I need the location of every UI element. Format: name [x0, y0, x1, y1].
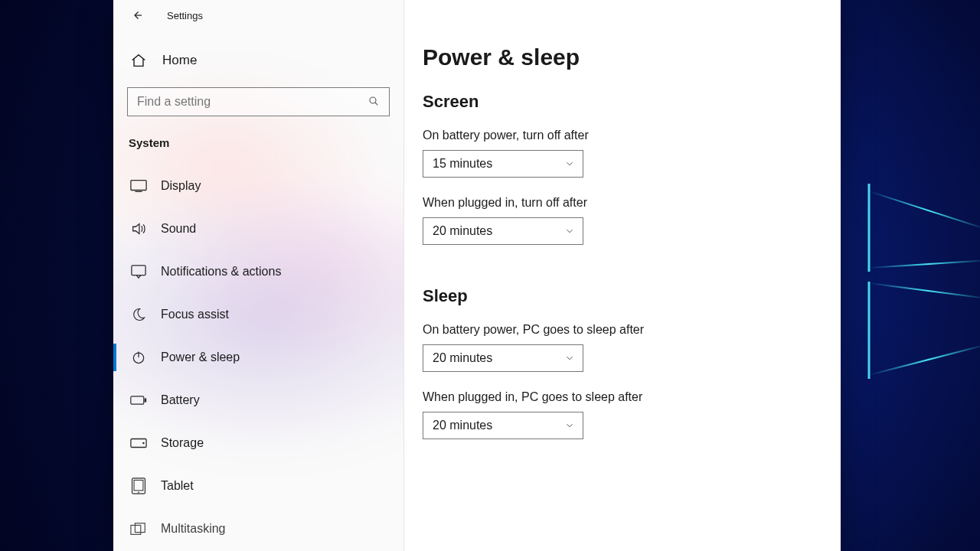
svg-line-3 — [869, 260, 980, 268]
sidebar-item-notifications[interactable]: Notifications & actions — [113, 250, 403, 293]
home-icon — [130, 52, 147, 69]
svg-point-7 — [370, 97, 376, 103]
chevron-down-icon — [564, 420, 575, 431]
sidebar-item-label: Multitasking — [161, 522, 225, 536]
sidebar-item-power-sleep[interactable]: Power & sleep — [113, 336, 403, 379]
svg-line-8 — [375, 103, 377, 105]
search-input[interactable] — [137, 95, 368, 109]
sidebar-item-sound[interactable]: Sound — [113, 207, 403, 250]
svg-rect-14 — [131, 396, 144, 404]
home-link[interactable]: Home — [113, 31, 403, 87]
tablet-icon — [130, 478, 147, 494]
sidebar-nav: Display Sound Notifications & actions — [113, 160, 403, 550]
home-label: Home — [162, 53, 197, 68]
combo-value: 20 minutes — [433, 351, 492, 365]
svg-rect-11 — [132, 266, 145, 276]
svg-line-2 — [869, 191, 980, 230]
multitask-icon — [130, 520, 147, 537]
sidebar-item-focus-assist[interactable]: Focus assist — [113, 293, 403, 336]
chevron-down-icon — [564, 226, 575, 236]
combo-value: 15 minutes — [433, 157, 492, 171]
sleep-battery-combo[interactable]: 20 minutes — [423, 344, 583, 372]
svg-rect-9 — [131, 181, 146, 191]
settings-window: Settings Home System — [113, 0, 841, 551]
section-screen-title: Screen — [423, 92, 812, 112]
sidebar: Settings Home System — [113, 0, 404, 551]
svg-rect-19 — [134, 480, 143, 491]
content-pane: Power & sleep Screen On battery power, t… — [404, 0, 841, 551]
sidebar-item-label: Tablet — [161, 479, 194, 493]
sidebar-item-label: Display — [161, 179, 201, 193]
svg-point-20 — [138, 492, 139, 494]
storage-icon — [130, 435, 147, 452]
svg-line-4 — [869, 283, 980, 298]
moon-icon — [130, 306, 147, 323]
search-box[interactable] — [127, 87, 390, 116]
window-title: Settings — [167, 10, 203, 21]
sidebar-item-label: Power & sleep — [161, 350, 240, 364]
sleep-battery-label: On battery power, PC goes to sleep after — [423, 323, 812, 337]
svg-line-5 — [869, 344, 980, 375]
arrow-left-icon — [130, 8, 144, 22]
screen-battery-combo[interactable]: 15 minutes — [423, 150, 583, 178]
screen-plugged-combo[interactable]: 20 minutes — [423, 217, 583, 245]
sidebar-item-battery[interactable]: Battery — [113, 379, 403, 422]
svg-rect-22 — [135, 523, 145, 533]
combo-value: 20 minutes — [433, 419, 492, 432]
svg-point-17 — [142, 442, 145, 445]
notifications-icon — [130, 263, 147, 280]
sleep-plugged-label: When plugged in, PC goes to sleep after — [423, 390, 812, 404]
sidebar-item-label: Battery — [161, 393, 200, 407]
sidebar-item-label: Storage — [161, 436, 204, 450]
sidebar-item-display[interactable]: Display — [113, 165, 403, 207]
power-icon — [130, 349, 147, 366]
battery-icon — [130, 392, 147, 409]
sidebar-item-label: Focus assist — [161, 308, 229, 321]
sound-icon — [130, 220, 147, 237]
search-icon — [368, 95, 381, 109]
combo-value: 20 minutes — [433, 224, 492, 238]
sidebar-item-storage[interactable]: Storage — [113, 422, 403, 465]
sidebar-category: System — [113, 132, 403, 160]
svg-rect-15 — [145, 398, 147, 402]
chevron-down-icon — [564, 158, 575, 169]
sidebar-item-tablet[interactable]: Tablet — [113, 465, 403, 507]
chevron-down-icon — [564, 353, 575, 364]
back-button[interactable] — [126, 4, 149, 27]
sidebar-item-label: Notifications & actions — [161, 265, 281, 279]
screen-battery-label: On battery power, turn off after — [423, 129, 812, 142]
sidebar-item-multitasking[interactable]: Multitasking — [113, 507, 403, 550]
section-sleep-title: Sleep — [423, 286, 812, 306]
svg-rect-21 — [131, 525, 141, 534]
page-title: Power & sleep — [423, 44, 812, 70]
sidebar-item-label: Sound — [161, 222, 196, 236]
sleep-plugged-combo[interactable]: 20 minutes — [423, 412, 583, 439]
display-icon — [130, 178, 147, 194]
screen-plugged-label: When plugged in, turn off after — [423, 196, 812, 210]
titlebar: Settings — [113, 0, 403, 31]
